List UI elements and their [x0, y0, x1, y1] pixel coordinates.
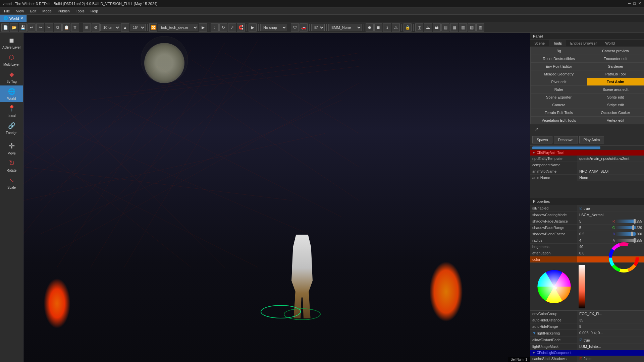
prop-value-shadow-casting[interactable]: LSCM_Normal [577, 212, 644, 218]
prop-value-allow-distant[interactable]: true [577, 337, 644, 343]
toolbar-save[interactable]: 💾 [19, 23, 27, 32]
color-wheel[interactable] [532, 265, 576, 308]
toolbar-play[interactable]: ▶ [249, 23, 257, 32]
menu-mode[interactable]: Mode [40, 8, 54, 14]
lang-select[interactable]: EN [311, 24, 325, 31]
panel-tab-entities[interactable]: Entities Browser [566, 40, 601, 47]
toolbar-record[interactable]: ⏺ [366, 23, 374, 32]
prop-value-cache-static[interactable]: false [577, 356, 644, 362]
menu-help[interactable]: Help [88, 8, 101, 14]
despawn-button[interactable]: Despawn [554, 136, 578, 143]
btn-pivot-edit[interactable]: Pivot edit [531, 78, 587, 85]
tool-move[interactable]: ✛ Move [0, 140, 23, 157]
toolbar-branch[interactable]: 🔀 [149, 23, 157, 32]
btn-vegetation-edit-tools[interactable]: Vegetation Edit Tools [531, 117, 587, 124]
tab-world[interactable]: 🌐 World ✕ [0, 15, 27, 22]
tool-foreign[interactable]: 🔗 Foreign [0, 120, 23, 136]
anim-tool-expand[interactable]: ▼ [532, 151, 535, 155]
panel-tab-tools[interactable]: Tools [549, 40, 566, 47]
properties-section[interactable]: isEnabled true shadowCastingMode LSCM_No… [530, 205, 644, 362]
btn-stripe-edit[interactable]: Stripe edit [587, 101, 644, 109]
btn-camera-preview[interactable]: Camera preview [587, 47, 644, 55]
prop-value-light-flickering[interactable]: 0.005; 0.4; 0... [577, 330, 644, 337]
snap-mode-select[interactable]: No snap [260, 24, 287, 31]
toolbar-terrain-3[interactable]: ▤ [441, 23, 449, 32]
prop-value-shadow-fade-range[interactable]: 5 G 220 [577, 225, 644, 231]
prop-value-env-color[interactable]: ECG_FX_Fi... [577, 311, 644, 317]
btn-reset-destructibles[interactable]: Reset Destructibles [531, 55, 587, 62]
toolbar-info[interactable]: ℹ [383, 23, 391, 32]
viewport[interactable]: Sel Num: 1 [23, 33, 530, 362]
tool-multi-layer[interactable]: ⬡ Multi Layer [0, 51, 23, 68]
panel-tab-world[interactable]: World [601, 40, 619, 47]
close-btn[interactable]: ✕ [638, 1, 641, 6]
cache-static-checkbox[interactable]: false [579, 357, 591, 361]
btn-encounter-edit[interactable]: Encounter edit [587, 55, 644, 62]
tool-local[interactable]: 📍 Local [0, 103, 23, 119]
branch-select[interactable]: bob_tech_dev.re [158, 24, 198, 31]
menu-edit[interactable]: Edit [27, 8, 39, 14]
toolbar-cut[interactable]: ✂ [45, 23, 53, 32]
btn-occlusion-cooker[interactable]: Occlusion Cooker [587, 109, 644, 116]
toolbar-branch-confirm[interactable]: ▶ [199, 23, 207, 32]
tool-world[interactable]: 🌐 World [0, 85, 23, 102]
toolbar-vehicle[interactable]: 🚗 [300, 23, 308, 32]
maximize-btn[interactable]: □ [633, 1, 636, 6]
toolbar-terrain-1[interactable]: ⛰ [424, 23, 432, 32]
toolbar-new[interactable]: 📄 [1, 23, 9, 32]
menu-publish[interactable]: Publish [55, 8, 72, 14]
prop-value-npc-entity[interactable]: quests\main_npcs\cirilla.w2ent [577, 156, 644, 162]
prop-value-component[interactable] [577, 162, 644, 168]
btn-pathlib-tool[interactable]: PathLib Tool [587, 70, 644, 78]
toolbar-scale-tool[interactable]: ⤢ [228, 23, 236, 32]
toolbar-copy[interactable]: ⧉ [54, 23, 62, 32]
env-select[interactable]: EMM_None [328, 24, 362, 31]
btn-env-point-editor[interactable]: Env Point Editor [531, 63, 587, 70]
btn-terrain-edit-tools[interactable]: Terrain Edit Tools [531, 109, 587, 116]
toolbar-terrain-4[interactable]: ▦ [450, 23, 458, 32]
btn-merged-geometry[interactable]: Merged Geometry [531, 70, 587, 78]
btn-bg[interactable]: Bg [531, 47, 587, 55]
toolbar-terrain-6[interactable]: ▧ [468, 23, 476, 32]
toolbar-undo[interactable]: ↩ [28, 23, 36, 32]
prop-value-anim[interactable]: None [577, 175, 644, 181]
brightness-slider[interactable] [579, 265, 585, 308]
toolbar-paste[interactable]: 📋 [62, 23, 70, 32]
btn-scene-area-edit[interactable]: Scene area edit [587, 86, 644, 93]
snap-distance-select[interactable]: 10 cm [100, 24, 120, 31]
menu-tools[interactable]: Tools [73, 8, 87, 14]
btn-scene-exporter[interactable]: Scene Exporter [531, 94, 587, 101]
minimize-btn[interactable]: ─ [628, 1, 631, 6]
btn-sprite-edit[interactable]: Sprite edit [587, 94, 644, 101]
toolbar-open[interactable]: 📂 [10, 23, 18, 32]
prop-value-auto-hide-dist[interactable]: 35 [577, 317, 644, 323]
prop-value-color[interactable] [577, 256, 644, 262]
btn-vertex-edit[interactable]: Vertex edit [587, 117, 644, 124]
toolbar-terrain-7[interactable]: ▨ [476, 23, 484, 32]
tool-active-layer[interactable]: ◼ Active Layer [0, 34, 23, 51]
toolbar-terrain-2[interactable]: 🏔 [433, 23, 441, 32]
toolbar-rotate-tool[interactable]: ↻ [219, 23, 227, 32]
toolbar-stop[interactable]: ⏹ [374, 23, 382, 32]
prop-value-is-enabled[interactable]: true [577, 205, 644, 212]
btn-test-anim[interactable]: Test Anim [587, 78, 644, 85]
toolbar-layers[interactable]: ◫ [415, 23, 423, 32]
btn-gardener[interactable]: Gardener [587, 63, 644, 70]
tool-rotate[interactable]: ↻ Rotate [0, 157, 23, 174]
toolbar-settings[interactable]: ⚙ [92, 23, 100, 32]
tab-world-close[interactable]: ✕ [20, 16, 23, 20]
menu-file[interactable]: File [1, 8, 13, 14]
toolbar-delete[interactable]: 🗑 [71, 23, 79, 32]
toolbar-shield[interactable]: 🛡 [291, 23, 299, 32]
tool-by-tag[interactable]: ◆ By Tag [0, 68, 23, 85]
toolbar-move-tool[interactable]: ↕ [211, 23, 219, 32]
toolbar-snap-btn[interactable]: 🧲 [237, 23, 245, 32]
external-link-icon[interactable]: ↗ [532, 125, 540, 133]
btn-ruler[interactable]: Ruler [531, 86, 587, 93]
toolbar-terrain-5[interactable]: ▥ [459, 23, 467, 32]
menu-view[interactable]: View [13, 8, 27, 14]
prop-value-auto-hide-range[interactable]: 5 [577, 323, 644, 329]
toolbar-camera-lock[interactable]: 🔒 [404, 23, 412, 32]
allow-distant-checkbox[interactable]: true [579, 338, 590, 342]
prop-value-shadow-fade-dist[interactable]: 5 R 255 [577, 218, 644, 224]
